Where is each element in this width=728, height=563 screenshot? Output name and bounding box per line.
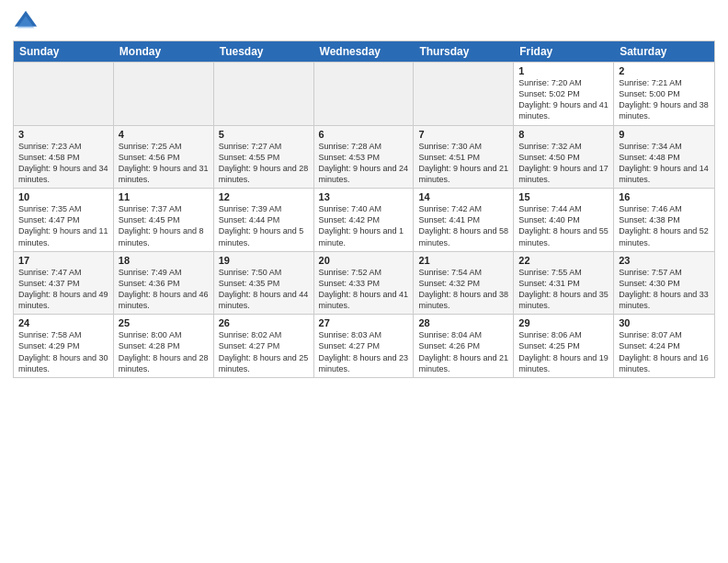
day-info: Sunrise: 7:32 AM Sunset: 4:50 PM Dayligh… [518,141,609,186]
day-info: Sunrise: 8:06 AM Sunset: 4:25 PM Dayligh… [518,329,609,374]
calendar-cell: 6Sunrise: 7:28 AM Sunset: 4:53 PM Daylig… [314,126,415,189]
weekday-header: Wednesday [314,41,415,62]
calendar-cell: 3Sunrise: 7:23 AM Sunset: 4:58 PM Daylig… [14,126,114,189]
calendar-row: 24Sunrise: 7:58 AM Sunset: 4:29 PM Dayli… [14,315,714,377]
day-number: 18 [119,255,209,266]
day-info: Sunrise: 7:28 AM Sunset: 4:53 PM Dayligh… [319,141,409,186]
logo [13,9,42,35]
day-info: Sunrise: 7:52 AM Sunset: 4:33 PM Dayligh… [319,267,409,312]
weekday-header: Friday [514,41,614,62]
calendar-cell: 9Sunrise: 7:34 AM Sunset: 4:48 PM Daylig… [614,126,714,189]
calendar-cell: 20Sunrise: 7:52 AM Sunset: 4:33 PM Dayli… [314,252,415,315]
day-number: 14 [418,191,508,202]
day-number: 21 [418,255,508,266]
day-info: Sunrise: 8:03 AM Sunset: 4:27 PM Dayligh… [319,329,409,374]
calendar-cell: 27Sunrise: 8:03 AM Sunset: 4:27 PM Dayli… [314,315,415,377]
day-info: Sunrise: 8:07 AM Sunset: 4:24 PM Dayligh… [619,329,710,374]
calendar-cell: 18Sunrise: 7:49 AM Sunset: 4:36 PM Dayli… [114,252,214,315]
day-number: 10 [18,191,108,202]
calendar-cell: 1Sunrise: 7:20 AM Sunset: 5:02 PM Daylig… [514,63,614,125]
day-info: Sunrise: 7:23 AM Sunset: 4:58 PM Dayligh… [18,141,108,186]
day-number: 15 [518,191,609,202]
calendar-cell: 7Sunrise: 7:30 AM Sunset: 4:51 PM Daylig… [414,126,514,189]
day-info: Sunrise: 7:40 AM Sunset: 4:42 PM Dayligh… [319,203,409,248]
day-number: 26 [219,317,309,328]
day-info: Sunrise: 7:39 AM Sunset: 4:44 PM Dayligh… [219,203,309,248]
day-info: Sunrise: 7:42 AM Sunset: 4:41 PM Dayligh… [418,203,508,248]
calendar-cell: 23Sunrise: 7:57 AM Sunset: 4:30 PM Dayli… [614,252,714,315]
calendar-cell: 17Sunrise: 7:47 AM Sunset: 4:37 PM Dayli… [14,252,114,315]
day-info: Sunrise: 7:25 AM Sunset: 4:56 PM Dayligh… [119,141,209,186]
day-number: 24 [18,317,108,328]
calendar-cell: 2Sunrise: 7:21 AM Sunset: 5:00 PM Daylig… [614,63,714,125]
day-number: 16 [619,191,710,202]
calendar-cell: 16Sunrise: 7:46 AM Sunset: 4:38 PM Dayli… [614,189,714,251]
calendar-cell [314,63,415,125]
calendar-cell: 28Sunrise: 8:04 AM Sunset: 4:26 PM Dayli… [414,315,514,377]
day-info: Sunrise: 7:55 AM Sunset: 4:31 PM Dayligh… [518,267,609,312]
calendar-cell: 11Sunrise: 7:37 AM Sunset: 4:45 PM Dayli… [114,189,214,251]
day-info: Sunrise: 7:30 AM Sunset: 4:51 PM Dayligh… [418,141,508,186]
calendar-body-wrapper: 1Sunrise: 7:20 AM Sunset: 5:02 PM Daylig… [13,62,715,378]
day-number: 2 [619,65,710,76]
day-info: Sunrise: 7:44 AM Sunset: 4:40 PM Dayligh… [518,203,609,248]
day-number: 3 [18,129,108,140]
calendar-cell: 25Sunrise: 8:00 AM Sunset: 4:28 PM Dayli… [114,315,214,377]
calendar-cell: 30Sunrise: 8:07 AM Sunset: 4:24 PM Dayli… [614,315,714,377]
day-number: 5 [219,129,309,140]
calendar-row: 3Sunrise: 7:23 AM Sunset: 4:58 PM Daylig… [14,126,714,190]
day-number: 28 [418,317,508,328]
day-number: 30 [619,317,710,328]
calendar-cell: 24Sunrise: 7:58 AM Sunset: 4:29 PM Dayli… [14,315,114,377]
day-info: Sunrise: 7:27 AM Sunset: 4:55 PM Dayligh… [219,141,309,186]
day-number: 13 [319,191,409,202]
header [13,9,715,35]
day-info: Sunrise: 7:47 AM Sunset: 4:37 PM Dayligh… [18,267,108,312]
day-number: 12 [219,191,309,202]
calendar-cell [214,63,314,125]
day-number: 11 [119,191,209,202]
day-info: Sunrise: 7:50 AM Sunset: 4:35 PM Dayligh… [219,267,309,312]
calendar-cell: 5Sunrise: 7:27 AM Sunset: 4:55 PM Daylig… [214,126,314,189]
day-number: 8 [518,129,609,140]
calendar-cell: 14Sunrise: 7:42 AM Sunset: 4:41 PM Dayli… [414,189,514,251]
calendar-cell [414,63,514,125]
day-number: 20 [319,255,409,266]
calendar-cell: 13Sunrise: 7:40 AM Sunset: 4:42 PM Dayli… [314,189,415,251]
day-info: Sunrise: 7:34 AM Sunset: 4:48 PM Dayligh… [619,141,710,186]
day-number: 6 [319,129,409,140]
calendar-body: 1Sunrise: 7:20 AM Sunset: 5:02 PM Daylig… [14,63,714,377]
day-info: Sunrise: 7:46 AM Sunset: 4:38 PM Dayligh… [619,203,710,248]
day-info: Sunrise: 7:49 AM Sunset: 4:36 PM Dayligh… [119,267,209,312]
calendar-cell: 4Sunrise: 7:25 AM Sunset: 4:56 PM Daylig… [114,126,214,189]
day-number: 29 [518,317,609,328]
day-info: Sunrise: 8:00 AM Sunset: 4:28 PM Dayligh… [119,329,209,374]
day-info: Sunrise: 7:58 AM Sunset: 4:29 PM Dayligh… [18,329,108,374]
weekday-header: Saturday [614,41,714,62]
day-number: 9 [619,129,710,140]
logo-icon [13,9,39,35]
calendar-cell: 15Sunrise: 7:44 AM Sunset: 4:40 PM Dayli… [514,189,614,251]
weekday-header: Monday [114,41,214,62]
day-info: Sunrise: 8:04 AM Sunset: 4:26 PM Dayligh… [418,329,508,374]
weekday-header: Sunday [14,41,114,62]
day-info: Sunrise: 7:35 AM Sunset: 4:47 PM Dayligh… [18,203,108,248]
calendar-cell [114,63,214,125]
day-number: 1 [518,65,609,76]
calendar-row: 1Sunrise: 7:20 AM Sunset: 5:02 PM Daylig… [14,63,714,126]
day-info: Sunrise: 7:37 AM Sunset: 4:45 PM Dayligh… [119,203,209,248]
page: SundayMondayTuesdayWednesdayThursdayFrid… [0,0,728,563]
day-info: Sunrise: 7:21 AM Sunset: 5:00 PM Dayligh… [619,77,710,122]
calendar-cell: 29Sunrise: 8:06 AM Sunset: 4:25 PM Dayli… [514,315,614,377]
calendar-cell: 19Sunrise: 7:50 AM Sunset: 4:35 PM Dayli… [214,252,314,315]
calendar-cell: 21Sunrise: 7:54 AM Sunset: 4:32 PM Dayli… [414,252,514,315]
day-info: Sunrise: 7:54 AM Sunset: 4:32 PM Dayligh… [418,267,508,312]
day-info: Sunrise: 8:02 AM Sunset: 4:27 PM Dayligh… [219,329,309,374]
day-number: 7 [418,129,508,140]
calendar-cell [14,63,114,125]
calendar-cell: 8Sunrise: 7:32 AM Sunset: 4:50 PM Daylig… [514,126,614,189]
calendar: SundayMondayTuesdayWednesdayThursdayFrid… [13,40,715,554]
day-info: Sunrise: 7:57 AM Sunset: 4:30 PM Dayligh… [619,267,710,312]
calendar-row: 10Sunrise: 7:35 AM Sunset: 4:47 PM Dayli… [14,189,714,252]
day-number: 4 [119,129,209,140]
